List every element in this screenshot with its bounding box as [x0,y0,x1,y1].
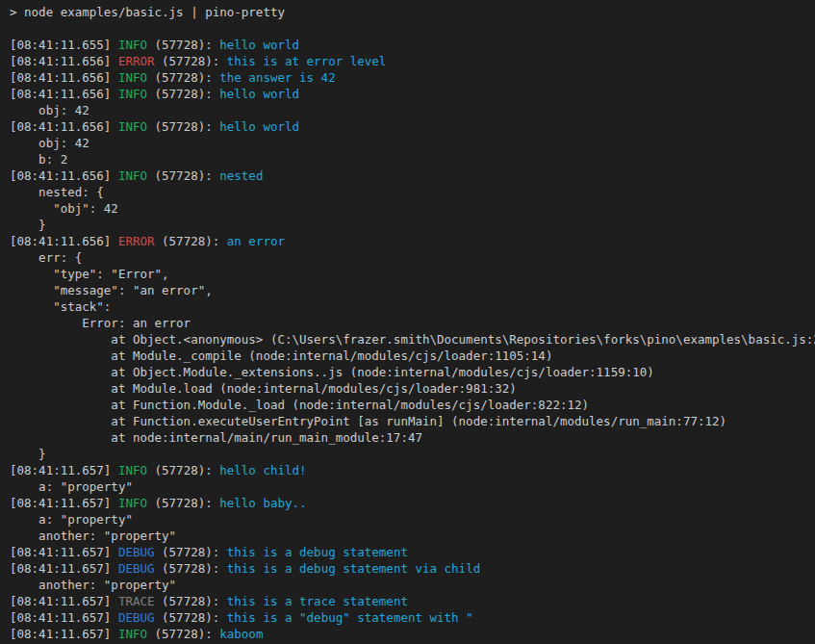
text-segment: INFO [118,168,147,183]
text-segment: } [10,447,46,461]
text-segment: [08:41:11.656] [10,87,118,101]
text-segment: [08:41:11.656] [10,70,118,85]
log-property-line: another: "property" [10,577,807,593]
text-segment: this is at error level [227,54,387,68]
text-segment: this is a trace statement [227,594,408,608]
text-segment: at Function.Module._load (node:internal/… [10,398,589,412]
text-segment: > node examples/basic.js | pino-pretty [10,5,285,19]
log-property-line: "obj": 42 [10,200,807,217]
text-segment: [08:41:11.657] [10,496,118,510]
log-property-line: } [10,446,807,462]
text-segment: [08:41:11.656] [10,168,118,183]
text-segment: [08:41:11.656] [10,119,118,134]
text-segment: another: "property" [10,528,176,543]
text-segment: (57728): [155,561,227,576]
log-line: [08:41:11.657] INFO (57728): hello baby.… [10,495,807,511]
text-segment: (57728): [155,234,227,248]
stack-trace-line: at Module.load (node:internal/modules/cj… [10,380,807,397]
log-line: [08:41:11.657] DEBUG (57728): this is a … [10,609,807,626]
stack-trace-line: at Object.<anonymous> (C:\Users\frazer.s… [10,331,807,348]
text-segment: hello world [219,119,299,134]
terminal-output[interactable]: > node examples/basic.js | pino-pretty[0… [0,0,815,644]
text-segment: (57728): [147,496,219,510]
text-segment: the answer is 42 [219,70,335,85]
text-segment: (57728): [155,594,227,608]
text-segment: "stack": [10,299,111,314]
text-segment: nested: { [10,185,104,199]
log-line: [08:41:11.656] ERROR (57728): this is at… [10,53,807,69]
text-segment: this is a debug statement via child [227,561,480,576]
log-line: [08:41:11.657] DEBUG (57728): this is a … [10,560,807,577]
log-property-line: nested: { [10,184,807,200]
text-segment: (57728): [147,119,219,134]
text-segment: (57728): [155,545,227,559]
text-segment: ERROR [118,54,155,68]
stack-trace-line: at Object.Module._extensions..js (node:i… [10,364,807,380]
text-segment: err: { [10,250,82,265]
text-segment: [08:41:11.655] [10,38,118,52]
text-segment: a: "property" [10,479,133,494]
stack-trace-line: at Function.Module._load (node:internal/… [10,397,807,413]
text-segment: [08:41:11.657] [10,610,118,625]
text-segment: obj: 42 [10,136,89,150]
text-segment: at Object.<anonymous> (C:\Users\frazer.s… [10,332,815,347]
text-segment: at node:internal/main/run_main_module:17… [10,430,422,445]
text-segment: Error: an error [10,316,191,330]
text-segment: (57728): [155,610,227,625]
text-segment: (57728): [147,70,219,85]
text-segment: at Function.executeUserEntryPoint [as ru… [10,414,726,428]
log-property-line: "stack": [10,298,807,315]
text-segment: [08:41:11.657] [10,594,118,608]
log-line: [08:41:11.656] ERROR (57728): an error [10,233,807,249]
text-segment: at Module._compile (node:internal/module… [10,348,552,363]
text-segment: INFO [118,463,147,477]
text-segment: hello child! [219,463,306,477]
log-property-line: "message": "an error", [10,282,807,298]
log-property-line: a: "property" [10,478,807,495]
log-line: [08:41:11.656] INFO (57728): hello world [10,86,807,102]
text-segment: INFO [118,119,147,134]
text-segment: (57728): [147,463,219,477]
log-property-line: err: { [10,249,807,266]
log-line: [08:41:11.657] DEBUG (57728): this is a … [10,544,807,560]
stack-trace-line: at Module._compile (node:internal/module… [10,348,807,364]
text-segment: this is a "debug" statement with " [227,610,473,625]
log-property-line: obj: 42 [10,135,807,151]
text-segment: INFO [118,496,147,510]
log-line: [08:41:11.657] TRACE (57728): this is a … [10,593,807,609]
text-segment: nested [219,168,263,183]
text-segment: obj: 42 [10,103,89,117]
text-segment: "type": "Error", [10,267,169,281]
text-segment: INFO [118,38,147,52]
text-segment: kaboom [219,627,263,641]
prompt-line: > node examples/basic.js | pino-pretty [10,4,807,20]
text-segment: (57728): [155,54,227,68]
log-line: [08:41:11.657] INFO (57728): hello child… [10,462,807,478]
log-line: [08:41:11.655] INFO (57728): hello world [10,37,807,53]
text-segment: [08:41:11.656] [10,54,118,68]
log-line: [08:41:11.657] INFO (57728): kaboom [10,626,807,642]
blank-line [10,20,807,37]
text-segment: a: "property" [10,512,133,527]
text-segment: another: "property" [10,578,176,592]
text-segment: an error [227,234,285,248]
text-segment: hello world [219,38,299,52]
text-segment: } [10,218,46,232]
text-segment: at Object.Module._extensions..js (node:i… [10,365,654,379]
log-line: [08:41:11.656] INFO (57728): nested [10,167,807,184]
log-property-line: obj: 42 [10,102,807,118]
log-property-line: } [10,217,807,233]
text-segment: INFO [118,627,147,641]
log-property-line: another: "property" [10,528,807,544]
text-segment: (57728): [147,38,219,52]
text-segment: [08:41:11.657] [10,545,118,559]
text-segment: [08:41:11.656] [10,234,118,248]
log-property-line: a: "property" [10,511,807,528]
text-segment: DEBUG [118,610,155,625]
log-property-line: "type": "Error", [10,266,807,282]
text-segment: (57728): [147,627,219,641]
text-segment: DEBUG [118,545,155,559]
text-segment: "message": "an error", [10,283,213,297]
text-segment: "obj": 42 [10,201,118,216]
text-segment: [08:41:11.657] [10,561,118,576]
